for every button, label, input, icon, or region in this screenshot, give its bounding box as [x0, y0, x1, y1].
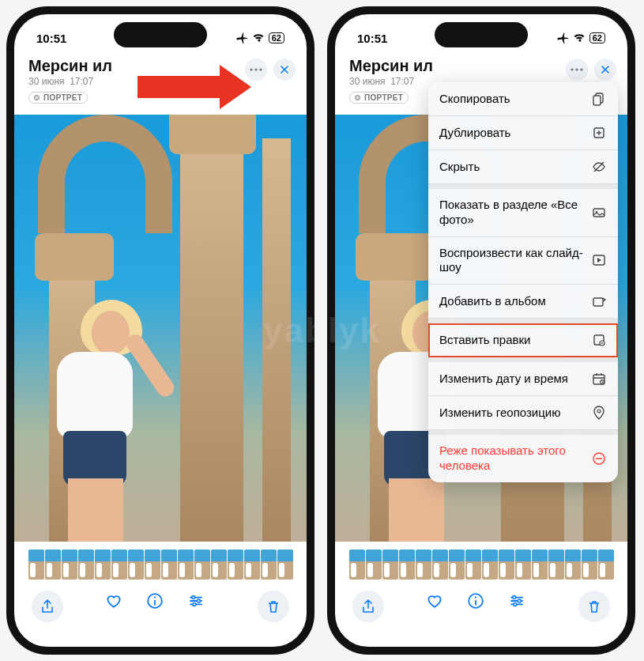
thumbnail[interactable]	[244, 550, 260, 580]
delete-button[interactable]	[578, 591, 610, 622]
thumbnail[interactable]	[465, 550, 481, 580]
thumbnail[interactable]	[598, 550, 614, 580]
thumbnail[interactable]	[145, 550, 160, 580]
location-title: Мерсин ил	[349, 57, 566, 75]
trash-icon	[266, 599, 281, 614]
heart-icon	[426, 592, 443, 610]
more-button[interactable]	[566, 59, 588, 81]
play-icon	[591, 252, 607, 268]
dynamic-island	[435, 22, 528, 47]
menu-item-remove[interactable]: Реже показывать этого человека	[428, 435, 618, 482]
thumbnail[interactable]	[211, 550, 227, 580]
status-time: 10:51	[36, 32, 66, 45]
thumbnail[interactable]	[349, 550, 365, 580]
menu-item-album[interactable]: Добавить в альбом	[428, 285, 618, 319]
menu-item-label: Скопировать	[439, 92, 583, 107]
gallery-icon	[591, 205, 607, 221]
thumbnail-strip[interactable]	[335, 542, 627, 583]
share-button[interactable]	[32, 591, 63, 622]
remove-icon	[591, 451, 607, 466]
thumbnail[interactable]	[277, 550, 293, 580]
menu-item-label: Добавить в альбом	[439, 294, 583, 309]
wifi-icon	[572, 32, 586, 44]
thumbnail[interactable]	[366, 550, 382, 580]
thumbnail[interactable]	[382, 550, 398, 580]
bottom-toolbar	[335, 583, 627, 636]
duplicate-icon	[591, 125, 607, 141]
share-button[interactable]	[352, 591, 384, 622]
delete-button[interactable]	[258, 591, 289, 622]
thumbnail[interactable]	[565, 550, 581, 580]
copy-icon	[591, 91, 607, 107]
thumbnail[interactable]	[228, 550, 243, 580]
close-button[interactable]	[273, 59, 296, 81]
sliders-icon	[508, 592, 525, 610]
close-button[interactable]	[594, 59, 616, 81]
menu-item-label: Скрыть	[439, 160, 583, 175]
thumbnail[interactable]	[128, 550, 144, 580]
share-icon	[40, 599, 55, 614]
menu-item-duplicate[interactable]: Дублировать	[428, 116, 618, 150]
menu-item-label: Воспроизвести как слайд-шоу	[439, 246, 583, 276]
album-icon	[591, 293, 607, 309]
thumbnail-strip[interactable]	[14, 542, 307, 583]
battery-level: 62	[269, 32, 284, 43]
heart-icon	[105, 592, 122, 610]
info-icon	[146, 592, 164, 610]
thumbnail[interactable]	[161, 550, 177, 580]
status-time: 10:51	[357, 32, 387, 45]
thumbnail[interactable]	[548, 550, 564, 580]
close-icon	[278, 63, 291, 76]
aperture-icon	[353, 93, 362, 102]
thumbnail[interactable]	[95, 550, 111, 580]
context-menu: СкопироватьДублироватьСкрытьПоказать в р…	[428, 82, 618, 482]
share-icon	[360, 599, 376, 614]
close-icon	[599, 63, 612, 76]
thumbnail[interactable]	[399, 550, 415, 580]
menu-item-hide[interactable]: Скрыть	[428, 150, 618, 184]
bottom-toolbar	[14, 583, 307, 636]
info-button[interactable]	[146, 592, 175, 621]
favorite-button[interactable]	[426, 592, 454, 621]
sliders-icon	[187, 592, 205, 610]
battery-level: 62	[589, 32, 605, 43]
thumbnail[interactable]	[532, 550, 548, 580]
menu-item-label: Изменить геопозицию	[439, 406, 583, 421]
calendar-icon	[591, 371, 607, 387]
portrait-badge: ПОРТРЕТ	[349, 92, 409, 104]
menu-item-gallery[interactable]: Показать в разделе «Все фото»	[428, 189, 618, 237]
menu-item-location[interactable]: Изменить геопозицию	[428, 396, 618, 430]
paste-edit-icon	[591, 332, 607, 348]
phone-right: 10:51 62 Мерсин ил 30 июня 17:07 ПОРТРЕТ	[327, 6, 635, 655]
portrait-badge: ПОРТРЕТ	[28, 92, 88, 104]
thumbnail[interactable]	[515, 550, 531, 580]
thumbnail[interactable]	[582, 550, 597, 580]
thumbnail[interactable]	[432, 550, 448, 580]
airplane-icon	[556, 32, 569, 44]
thumbnail[interactable]	[499, 550, 514, 580]
thumbnail[interactable]	[45, 550, 61, 580]
menu-item-copy[interactable]: Скопировать	[428, 82, 618, 116]
edit-button[interactable]	[187, 592, 216, 621]
location-icon	[591, 405, 607, 421]
thumbnail[interactable]	[482, 550, 498, 580]
phone-left: 10:51 62 Мерсин ил 30 июня 17:07 ПОРТРЕТ	[6, 6, 314, 655]
menu-item-paste-edit[interactable]: Вставить правки	[428, 323, 618, 357]
thumbnail[interactable]	[194, 550, 210, 580]
thumbnail[interactable]	[28, 550, 44, 580]
thumbnail[interactable]	[449, 550, 465, 580]
menu-item-play[interactable]: Воспроизвести как слайд-шоу	[428, 237, 618, 285]
thumbnail[interactable]	[261, 550, 277, 580]
favorite-button[interactable]	[105, 592, 134, 621]
thumbnail[interactable]	[111, 550, 127, 580]
thumbnail[interactable]	[416, 550, 431, 580]
menu-item-calendar[interactable]: Изменить дату и время	[428, 362, 618, 396]
info-button[interactable]	[467, 592, 495, 621]
menu-item-label: Дублировать	[439, 126, 583, 141]
thumbnail[interactable]	[78, 550, 94, 580]
tutorial-arrow	[137, 65, 251, 109]
thumbnail[interactable]	[62, 550, 77, 580]
thumbnail[interactable]	[178, 550, 194, 580]
edit-button[interactable]	[508, 592, 537, 621]
photo-viewer[interactable]	[14, 115, 307, 542]
